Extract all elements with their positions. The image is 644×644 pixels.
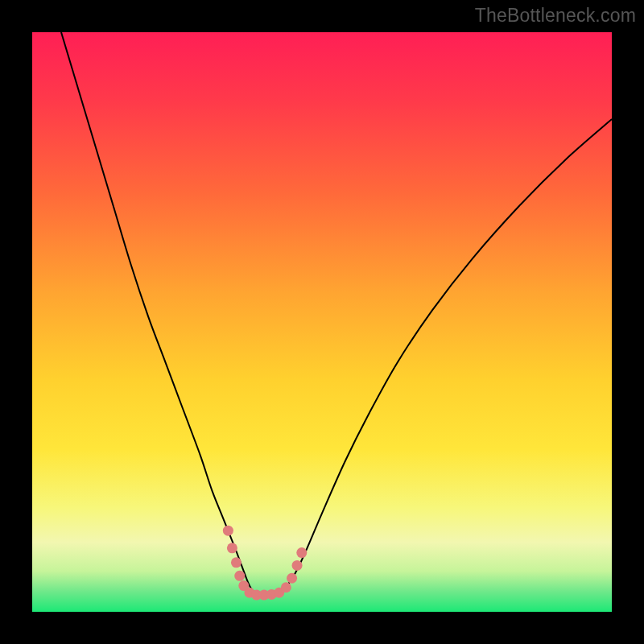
highlight-dot bbox=[223, 526, 233, 536]
watermark-text: TheBottleneck.com bbox=[475, 5, 636, 27]
highlight-dot bbox=[227, 543, 237, 553]
highlight-dot bbox=[234, 571, 245, 581]
highlight-dot bbox=[281, 582, 291, 592]
plot-area bbox=[32, 32, 612, 612]
chart-frame: TheBottleneck.com bbox=[0, 0, 644, 644]
gradient-background bbox=[32, 32, 612, 612]
highlight-dot bbox=[296, 547, 307, 558]
highlight-dot bbox=[231, 557, 242, 568]
chart-svg bbox=[32, 32, 612, 612]
highlight-dot bbox=[292, 560, 303, 571]
highlight-dot bbox=[287, 573, 297, 584]
